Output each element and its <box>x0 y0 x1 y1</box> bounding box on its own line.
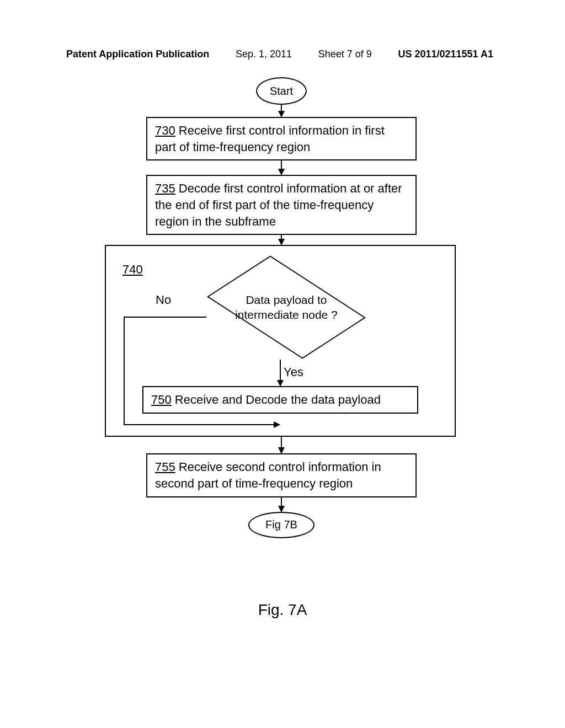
figure-caption: Fig. 7A <box>0 601 565 619</box>
process-735: 735 Decode first control information at … <box>146 175 417 235</box>
end-label: Fig 7B <box>265 518 297 531</box>
decision-group-740: 740 No Data payload to intermediate node… <box>105 245 456 437</box>
page-header: Patent Application Publication Sep. 1, 2… <box>66 49 493 60</box>
arrow-icon <box>280 360 281 386</box>
decision-740: Data payload to intermediate node ? <box>209 255 364 360</box>
arrow-icon <box>281 160 282 175</box>
start-label: Start <box>270 85 293 98</box>
ref-755: 755 <box>155 460 175 474</box>
arrow-icon <box>281 105 282 117</box>
publication-label: Patent Application Publication <box>66 49 209 60</box>
arrow-icon <box>281 235 282 245</box>
process-730: 730 Receive first control information in… <box>146 117 417 160</box>
publication-number: US 2011/0211551 A1 <box>398 49 493 60</box>
arrow-icon <box>281 437 282 453</box>
end-terminal: Fig 7B <box>248 512 315 538</box>
flowchart-figure: Start 730 Receive first control informat… <box>105 77 458 538</box>
process-750: 750 Receive and Decode the data payload <box>142 386 418 414</box>
decision-text: Data payload to intermediate node ? <box>226 292 347 323</box>
text-750: Receive and Decode the data payload <box>175 393 381 406</box>
ref-730: 730 <box>155 124 175 137</box>
arrow-icon <box>124 424 280 425</box>
ref-735: 735 <box>155 181 175 195</box>
sheet-number: Sheet 7 of 9 <box>318 49 372 60</box>
branch-yes-label: Yes <box>284 365 303 379</box>
arrow-icon <box>281 497 282 512</box>
start-terminal: Start <box>256 77 307 105</box>
process-755: 755 Receive second control information i… <box>146 453 417 497</box>
ref-750: 750 <box>151 393 172 406</box>
text-735: Decode first control information at or a… <box>155 181 402 228</box>
text-755: Receive second control information in se… <box>155 460 381 490</box>
text-730: Receive first control information in fir… <box>155 124 385 154</box>
publication-date: Sep. 1, 2011 <box>236 49 292 60</box>
